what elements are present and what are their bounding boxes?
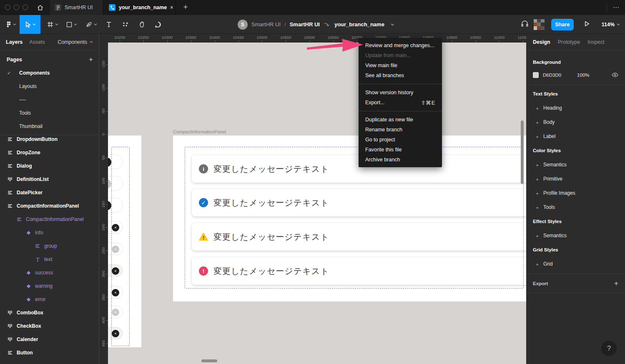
menu-item-favorite-this-file[interactable]: Favorite this file — [359, 145, 442, 155]
menu-item-show-version-history[interactable]: Show version history — [359, 88, 442, 98]
style-item-tools[interactable]: ▸Tools — [526, 200, 625, 214]
layer-row-definitionlist[interactable]: DefinitionList — [0, 173, 99, 186]
home-icon[interactable] — [35, 3, 45, 12]
sidebar-page-item-layouts[interactable]: Layouts — [0, 80, 99, 93]
ruler-label: 10300 — [155, 35, 180, 40]
layer-row-dropdownbutton[interactable]: DropdownButton — [0, 133, 99, 146]
menu-item-view-main-file[interactable]: View main file — [359, 60, 442, 70]
chevron-down-icon[interactable] — [391, 23, 394, 26]
tab-inspect[interactable]: Inspect — [587, 39, 604, 45]
component-tool-button[interactable] — [118, 15, 133, 34]
layer-row-info[interactable]: info — [0, 226, 99, 239]
file-title-breadcrumb[interactable]: S SmartHR UI / SmartHR UI your_branch_na… — [238, 15, 394, 34]
background-color-row[interactable]: D6D3D0 100% — [533, 72, 618, 78]
style-item-body[interactable]: ▸Body — [526, 115, 625, 129]
horizontal-scrollbar[interactable] — [201, 359, 217, 362]
canvas[interactable]: CompactInformationPanel i変更したメッセージテキスト✓変… — [99, 34, 526, 364]
audio-headphones-icon[interactable] — [521, 20, 529, 29]
style-item-profile-images[interactable]: ▸Profile Images — [526, 186, 625, 200]
sidebar-page-item--[interactable]: ---- — [0, 93, 99, 106]
breadcrumb-file[interactable]: SmartHR UI — [290, 21, 320, 28]
style-item-semantics[interactable]: ▸Semantics — [526, 158, 625, 172]
ruler-tick — [167, 40, 168, 42]
share-button[interactable]: Share — [551, 19, 574, 30]
visibility-eye-icon[interactable] — [612, 73, 618, 78]
layer-row-dropzone[interactable]: DropZone — [0, 146, 99, 159]
tab-design[interactable]: Design — [533, 39, 550, 45]
style-item-grid[interactable]: ▸Grid — [526, 257, 625, 271]
menu-item-archive-branch[interactable]: Archive branch — [359, 155, 442, 165]
comment-tool-button[interactable] — [151, 15, 165, 34]
window-controls[interactable] — [5, 5, 28, 10]
style-item-label[interactable]: ▸Label — [526, 129, 625, 143]
layer-row-error[interactable]: error — [0, 293, 99, 306]
close-tab-icon[interactable]: × — [170, 5, 173, 10]
layer-row-warning[interactable]: warning — [0, 279, 99, 293]
menu-item-go-to-project[interactable]: Go to project — [359, 135, 442, 145]
branch-icon — [109, 4, 115, 11]
branch-dropdown-menu: Review and merge changes...Update from m… — [359, 38, 442, 167]
layer-row-group[interactable]: group — [0, 239, 99, 253]
color-swatch[interactable] — [533, 72, 539, 78]
components-section-toggle[interactable]: Components — [58, 39, 93, 45]
layer-row-combobox[interactable]: ComboBox — [0, 306, 99, 319]
pen-tool-button[interactable] — [82, 15, 101, 34]
frame-label[interactable]: CompactInformationPanel — [173, 129, 226, 134]
add-export-button[interactable]: + — [614, 279, 618, 288]
layer-row-checkbox[interactable]: CheckBox — [0, 319, 99, 333]
help-button[interactable]: ? — [601, 341, 617, 356]
new-tab-button[interactable]: + — [180, 2, 191, 13]
horizontal-ruler: 1020010250103001035010400104501050010550… — [99, 34, 526, 43]
breadcrumb-branch[interactable]: your_branch_name — [334, 21, 384, 28]
ruler-label: 0 — [101, 126, 106, 143]
add-page-button[interactable]: + — [89, 55, 93, 64]
menu-item-see-all-branches[interactable]: See all branches — [359, 70, 442, 80]
layer-row-button[interactable]: Button — [0, 346, 99, 359]
frame-tool-button[interactable] — [43, 15, 62, 34]
section-header-label: Effect Styles — [533, 219, 562, 224]
ruler-tick — [143, 40, 144, 42]
layer-row-dialog[interactable]: Dialog — [0, 159, 99, 173]
layer-row-text[interactable]: text — [0, 253, 99, 266]
style-item-heading[interactable]: ▸Heading — [526, 101, 625, 115]
layer-row-compactinformationpanel[interactable]: CompactInformationPanel — [0, 213, 99, 226]
layer-row-calender[interactable]: Calender — [0, 333, 99, 346]
hand-tool-button[interactable] — [135, 15, 149, 34]
sidebar-page-item-tools[interactable]: Tools — [0, 106, 99, 120]
layer-row-compactinformationpanel[interactable]: CompactInformationPanel — [0, 199, 99, 213]
close-window-icon[interactable] — [5, 5, 10, 10]
tab-smarthr-ui[interactable]: SmartHR UI — [49, 0, 103, 15]
user-avatar[interactable] — [534, 19, 545, 30]
minimize-window-icon[interactable] — [14, 5, 19, 10]
text-tool-button[interactable] — [103, 15, 115, 34]
menu-item-duplicate-as-new-file[interactable]: Duplicate as new file — [359, 115, 442, 125]
window-more-button[interactable]: ⋯ — [610, 3, 622, 13]
figma-menu-button[interactable] — [3, 15, 19, 34]
layer-row-success[interactable]: success — [0, 266, 99, 279]
color-hex-value[interactable]: D6D3D0 — [543, 73, 561, 78]
style-item-primitive[interactable]: ▸Primitive — [526, 172, 625, 186]
tab-layers[interactable]: Layers — [6, 39, 23, 45]
zoom-level-control[interactable]: 114% — [602, 22, 620, 28]
tab-your-branch-name[interactable]: your_branch_name × — [104, 0, 176, 15]
caret-right-icon: ▸ — [537, 120, 539, 125]
menu-item-review-and-merge-changes[interactable]: Review and merge changes... — [359, 40, 442, 50]
tab-assets[interactable]: Assets — [29, 39, 45, 45]
move-tool-button[interactable] — [20, 15, 40, 34]
layer-row-datepicker[interactable]: DatePicker — [0, 186, 99, 199]
opacity-value[interactable]: 100% — [577, 73, 589, 78]
menu-item-export[interactable]: Export...⇧⌘E — [359, 98, 442, 108]
ruler-tick — [106, 65, 108, 65]
tab-prototype[interactable]: Prototype — [558, 39, 580, 45]
present-play-icon[interactable] — [584, 20, 590, 29]
sidebar-page-item-thumbnail[interactable]: Thumbnail — [0, 120, 99, 133]
breadcrumb-team[interactable]: SmartHR UI — [251, 21, 281, 28]
shape-tool-button[interactable] — [63, 15, 81, 34]
sidebar-page-item-components[interactable]: ✓Components — [0, 66, 99, 80]
vertical-scrollbar[interactable] — [521, 120, 524, 184]
style-item-semantics[interactable]: ▸Semantics — [526, 228, 625, 243]
ruler-label: 10950 — [463, 35, 488, 40]
maximize-window-icon[interactable] — [23, 5, 28, 10]
menu-item-rename-branch[interactable]: Rename branch — [359, 125, 442, 135]
layer-label: Dialog — [17, 163, 32, 169]
